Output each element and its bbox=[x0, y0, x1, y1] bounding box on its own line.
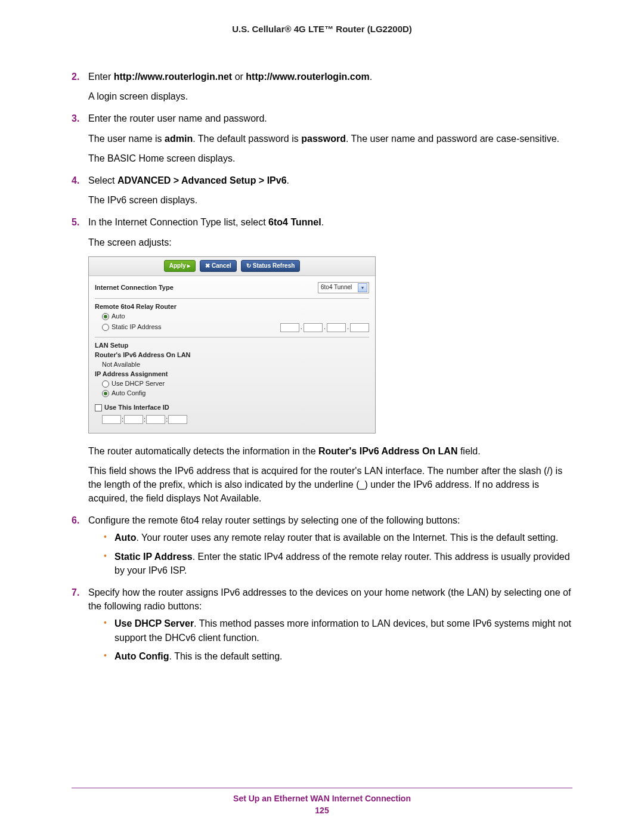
radio-icon bbox=[102, 380, 109, 388]
ip-octet-input[interactable] bbox=[327, 323, 346, 332]
relay-auto-option[interactable]: Auto bbox=[95, 312, 369, 321]
instruction-list: 2. Enter http://www.routerlogin.net or h… bbox=[72, 70, 572, 663]
ip-assignment-label: IP Address Assignment bbox=[95, 370, 369, 379]
select-value: 6to4 Tunnel bbox=[321, 283, 352, 292]
auto-config-option[interactable]: Auto Config bbox=[95, 389, 369, 398]
step-para: This field shows the IPv6 address that i… bbox=[88, 464, 572, 506]
step-number: 5. bbox=[72, 215, 79, 229]
document-page: U.S. Cellular® 4G LTE™ Router (LG2200D) … bbox=[0, 0, 644, 833]
ipv6-segment-input[interactable] bbox=[168, 415, 187, 424]
step-7: 7. Specify how the router assigns IPv6 a… bbox=[72, 586, 572, 663]
checkbox-icon bbox=[95, 404, 102, 411]
interface-id-fields: ::: bbox=[95, 413, 369, 427]
step-text: Enter http://www.routerlogin.net or http… bbox=[88, 72, 372, 82]
static-ip-fields: ... bbox=[280, 323, 369, 332]
ipv6-segment-input[interactable] bbox=[146, 415, 165, 424]
radio-icon bbox=[102, 324, 109, 331]
footer-page-number: 125 bbox=[0, 806, 644, 815]
ip-octet-input[interactable] bbox=[350, 323, 369, 332]
step-text: Enter the router user name and password. bbox=[88, 113, 267, 123]
use-dhcp-option[interactable]: Use DHCP Server bbox=[95, 379, 369, 389]
step-para: The BASIC Home screen displays. bbox=[88, 151, 572, 165]
step-text: Specify how the router assigns IPv6 addr… bbox=[88, 587, 571, 611]
sub-list: Auto. Your router uses any remote relay … bbox=[88, 531, 572, 577]
router-ipv6-addr-label: Router's IPv6 Address On LAN bbox=[95, 351, 369, 360]
cancel-button[interactable]: ✖ Cancel bbox=[200, 260, 237, 272]
remote-relay-label: Remote 6to4 Relay Router bbox=[95, 302, 369, 312]
panel-body: Internet Connection Type 6to4 Tunnel ▾ R… bbox=[89, 276, 375, 432]
radio-icon bbox=[102, 313, 109, 320]
step-para: The user name is admin. The default pass… bbox=[88, 132, 572, 145]
step-para: A login screen displays. bbox=[88, 89, 572, 103]
step-3: 3. Enter the router user name and passwo… bbox=[72, 112, 572, 165]
step-4: 4. Select ADVANCED > Advanced Setup > IP… bbox=[72, 174, 572, 207]
ipv6-segment-input[interactable] bbox=[102, 415, 121, 424]
apply-button[interactable]: Apply ▸ bbox=[164, 260, 196, 272]
step-text: Configure the remote 6to4 relay router s… bbox=[88, 515, 460, 525]
footer-section-title: Set Up an Ethernet WAN Internet Connecti… bbox=[0, 794, 644, 803]
step-2: 2. Enter http://www.routerlogin.net or h… bbox=[72, 70, 572, 103]
step-para: The screen adjusts: bbox=[88, 236, 572, 249]
step-number: 4. bbox=[72, 174, 79, 187]
divider bbox=[95, 298, 369, 299]
sub-item: Auto. Your router uses any remote relay … bbox=[104, 531, 572, 544]
step-number: 6. bbox=[72, 513, 79, 527]
divider bbox=[95, 337, 369, 337]
internet-connection-type-select[interactable]: 6to4 Tunnel ▾ bbox=[318, 282, 369, 293]
sub-list: Use DHCP Server. This method passes more… bbox=[88, 617, 572, 663]
page-header-title: U.S. Cellular® 4G LTE™ Router (LG2200D) bbox=[72, 24, 572, 34]
step-para: The router automatically detects the inf… bbox=[88, 444, 572, 458]
step-5: 5. In the Internet Connection Type list,… bbox=[72, 215, 572, 505]
status-refresh-button[interactable]: ↻ Status Refresh bbox=[241, 260, 300, 272]
ipv6-segment-input[interactable] bbox=[124, 415, 143, 424]
step-text: Select ADVANCED > Advanced Setup > IPv6. bbox=[88, 175, 289, 185]
radio-icon bbox=[102, 390, 109, 397]
toolbar: Apply ▸ ✖ Cancel ↻ Status Refresh bbox=[89, 257, 375, 277]
step-number: 2. bbox=[72, 70, 79, 83]
ip-octet-input[interactable] bbox=[280, 323, 299, 332]
relay-static-option[interactable]: Static IP Address bbox=[95, 323, 162, 332]
footer-divider bbox=[72, 788, 572, 788]
step-number: 3. bbox=[72, 112, 79, 125]
page-footer: Set Up an Ethernet WAN Internet Connecti… bbox=[0, 794, 644, 815]
step-6: 6. Configure the remote 6to4 relay route… bbox=[72, 513, 572, 577]
sub-item: Use DHCP Server. This method passes more… bbox=[104, 617, 572, 644]
chevron-down-icon: ▾ bbox=[358, 283, 367, 292]
sub-item: Auto Config. This is the default setting… bbox=[104, 649, 572, 663]
ip-octet-input[interactable] bbox=[304, 323, 323, 332]
use-interface-id-option[interactable]: Use This Interface ID bbox=[95, 403, 369, 413]
internet-connection-type-label: Internet Connection Type bbox=[95, 283, 174, 293]
router-ipv6-addr-value: Not Available bbox=[95, 360, 369, 370]
step-para: The IPv6 screen displays. bbox=[88, 193, 572, 207]
sub-item: Static IP Address. Enter the static IPv4… bbox=[104, 550, 572, 577]
step-text: In the Internet Connection Type list, se… bbox=[88, 217, 324, 227]
step-number: 7. bbox=[72, 586, 79, 599]
embedded-router-ui: Apply ▸ ✖ Cancel ↻ Status Refresh Intern… bbox=[88, 256, 376, 433]
lan-setup-label: LAN Setup bbox=[95, 341, 369, 351]
